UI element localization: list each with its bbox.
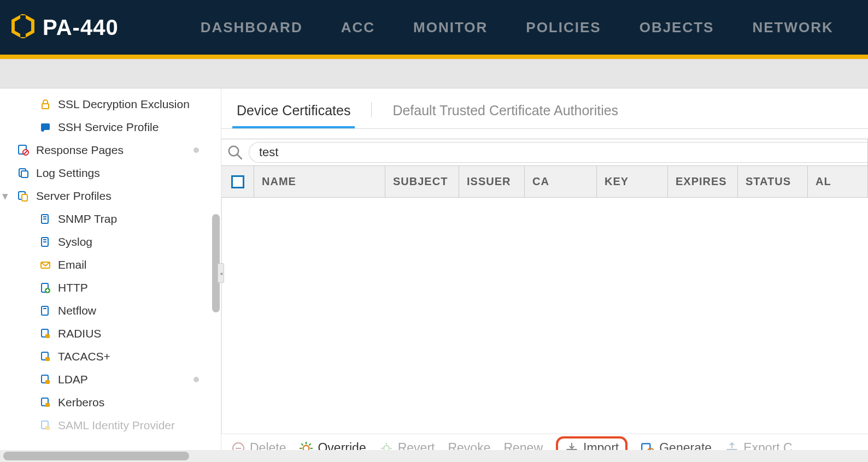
horizontal-scrollbar-track[interactable] bbox=[0, 450, 868, 462]
sidebar-item-syslog[interactable]: Syslog bbox=[0, 230, 221, 253]
col-status[interactable]: STATUS bbox=[738, 166, 808, 197]
accent-strip bbox=[0, 55, 868, 59]
brand-model: PA-440 bbox=[43, 15, 119, 40]
col-ca[interactable]: CA bbox=[525, 166, 597, 197]
sidebar-item-ldap[interactable]: LDAP bbox=[0, 368, 221, 391]
svg-rect-1 bbox=[42, 104, 49, 109]
sidebar-item-label: LDAP bbox=[58, 373, 88, 386]
svg-rect-29 bbox=[45, 403, 50, 407]
tab-device-certificates[interactable]: Device Certificates bbox=[232, 103, 355, 128]
lock-doc-icon bbox=[39, 351, 51, 363]
sidebar-item-radius[interactable]: RADIUS bbox=[0, 322, 221, 345]
lock-doc-icon bbox=[39, 419, 51, 431]
sidebar-item-ssh-service-profile[interactable]: SSH Service Profile bbox=[0, 116, 221, 139]
nav-monitor[interactable]: MONITOR bbox=[413, 19, 488, 36]
indicator-dot bbox=[193, 377, 199, 382]
sidebar-item-label: SSH Service Profile bbox=[58, 121, 159, 134]
email-icon bbox=[39, 259, 51, 271]
sidebar-item-label: Netflow bbox=[58, 304, 96, 317]
sidebar-item-label: SAML Identity Provider bbox=[58, 419, 175, 432]
profile-icon bbox=[39, 121, 51, 133]
nav-network[interactable]: NETWORK bbox=[752, 19, 833, 36]
sidebar-item-email[interactable]: Email bbox=[0, 253, 221, 276]
search-icon bbox=[227, 144, 243, 161]
col-key[interactable]: KEY bbox=[597, 166, 668, 197]
nav-objects[interactable]: OBJECTS bbox=[640, 19, 714, 36]
svg-point-32 bbox=[229, 146, 239, 156]
panel-collapse-grip[interactable]: ◂ bbox=[218, 263, 224, 283]
lock-doc-icon bbox=[39, 374, 51, 386]
table-header: NAME SUBJECT ISSUER CA KEY EXPIRES STATU… bbox=[221, 166, 868, 198]
sidebar-item-kerberos[interactable]: Kerberos bbox=[0, 391, 221, 414]
svg-rect-27 bbox=[45, 380, 50, 384]
doc-icon bbox=[39, 213, 51, 225]
sidebar-item-response-pages[interactable]: Response Pages bbox=[0, 139, 221, 162]
sidebar-item-label: Syslog bbox=[58, 235, 92, 248]
lock-icon bbox=[39, 98, 51, 110]
svg-rect-23 bbox=[45, 334, 50, 338]
sidebar-item-label: RADIUS bbox=[58, 327, 101, 340]
sidebar-item-label: Server Profiles bbox=[36, 189, 112, 203]
server-icon bbox=[17, 190, 30, 202]
doc-icon bbox=[39, 305, 51, 317]
nav-dashboard[interactable]: DASHBOARD bbox=[201, 19, 303, 36]
search-input[interactable] bbox=[249, 142, 867, 163]
sidebar-item-label: SNMP Trap bbox=[58, 212, 117, 226]
sidebar-item-label: TACACS+ bbox=[58, 350, 110, 363]
sidebar: SSL Decryption Exclusion SSH Service Pro… bbox=[0, 88, 221, 462]
tab-bar: Device Certificates Default Trusted Cert… bbox=[221, 96, 868, 129]
main-nav: DASHBOARD ACC MONITOR POLICIES OBJECTS N… bbox=[201, 19, 834, 36]
sidebar-item-snmp-trap[interactable]: SNMP Trap bbox=[0, 208, 221, 230]
search-bar bbox=[221, 139, 868, 166]
pages-blocked-icon bbox=[17, 144, 30, 156]
sidebar-item-http[interactable]: HTTP bbox=[0, 276, 221, 299]
tab-divider bbox=[371, 102, 372, 117]
col-name[interactable]: NAME bbox=[254, 166, 385, 197]
svg-rect-8 bbox=[21, 171, 28, 177]
top-nav: PA-440 DASHBOARD ACC MONITOR POLICIES OB… bbox=[0, 0, 868, 55]
brand-logo: PA-440 bbox=[11, 14, 119, 40]
log-icon bbox=[17, 167, 30, 179]
col-issuer[interactable]: ISSUER bbox=[459, 166, 525, 197]
nav-acc[interactable]: ACC bbox=[341, 19, 375, 36]
lock-doc-icon bbox=[39, 396, 51, 408]
main-panel: Device Certificates Default Trusted Cert… bbox=[221, 88, 868, 462]
svg-rect-10 bbox=[22, 194, 27, 201]
sidebar-item-label: SSL Decryption Exclusion bbox=[58, 98, 190, 111]
tab-default-trusted-ca[interactable]: Default Trusted Certificate Authorities bbox=[388, 103, 623, 128]
sidebar-item-label: Log Settings bbox=[36, 167, 100, 180]
sidebar-item-ssl-decryption-exclusion[interactable]: SSL Decryption Exclusion bbox=[0, 93, 221, 116]
sidebar-item-server-profiles[interactable]: ▾ Server Profiles bbox=[0, 185, 221, 208]
svg-line-41 bbox=[302, 443, 303, 445]
select-all-checkbox[interactable] bbox=[221, 166, 254, 197]
horizontal-scrollbar-thumb[interactable] bbox=[3, 452, 189, 460]
sidebar-item-netflow[interactable]: Netflow bbox=[0, 299, 221, 322]
lock-doc-icon bbox=[39, 328, 51, 340]
http-icon bbox=[39, 282, 51, 294]
col-expires[interactable]: EXPIRES bbox=[668, 166, 738, 197]
sidebar-item-label: Kerberos bbox=[58, 396, 104, 409]
brand-icon bbox=[11, 14, 35, 40]
indicator-dot bbox=[193, 147, 199, 153]
svg-line-44 bbox=[309, 443, 311, 445]
col-subject[interactable]: SUBJECT bbox=[385, 166, 459, 197]
sidebar-item-log-settings[interactable]: Log Settings bbox=[0, 162, 221, 185]
svg-line-33 bbox=[237, 155, 242, 159]
sidebar-item-label: Response Pages bbox=[36, 144, 124, 157]
svg-rect-20 bbox=[42, 306, 48, 315]
sidebar-item-tacacs[interactable]: TACACS+ bbox=[0, 345, 221, 368]
sidebar-item-label: HTTP bbox=[58, 281, 88, 294]
nav-policies[interactable]: POLICIES bbox=[526, 19, 601, 36]
svg-rect-25 bbox=[45, 357, 50, 361]
chevron-down-icon: ▾ bbox=[2, 189, 9, 203]
sidebar-item-saml[interactable]: SAML Identity Provider bbox=[0, 414, 221, 437]
doc-icon bbox=[39, 236, 51, 248]
col-algorithm[interactable]: AL bbox=[808, 166, 867, 197]
table-body-empty bbox=[221, 198, 868, 434]
svg-rect-31 bbox=[45, 426, 50, 430]
sub-toolbar bbox=[0, 59, 868, 88]
svg-point-3 bbox=[41, 128, 44, 132]
sidebar-item-label: Email bbox=[58, 258, 87, 271]
